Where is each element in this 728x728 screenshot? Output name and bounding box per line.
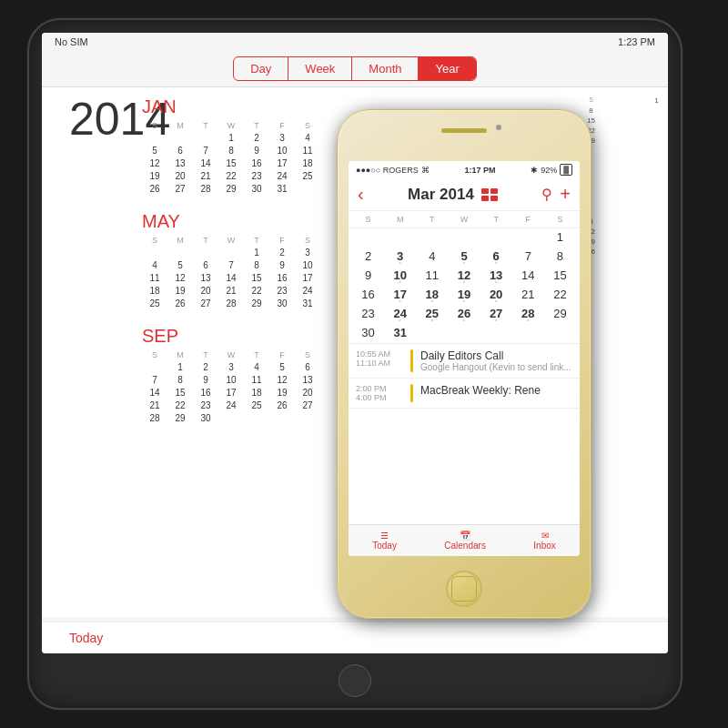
iphone-camera: [496, 125, 501, 130]
tab-month[interactable]: Month: [352, 57, 419, 80]
iphone-back-button[interactable]: ‹: [358, 184, 364, 205]
cal-day-10[interactable]: 10: [384, 267, 416, 284]
ipad-toolbar: Day Week Month Year: [42, 51, 668, 87]
cal-day-13[interactable]: 13: [480, 267, 512, 284]
event-2-title: MacBreak Weekly: Rene: [420, 384, 572, 397]
event-1-subtitle: Google Hangout (Kevin to send link...: [420, 362, 572, 372]
iphone: ●●●○○ ROGERS ⌘ 1:17 PM ✱ 92% ▓ ‹ Mar 201…: [337, 109, 592, 619]
dow-sun: S: [352, 213, 384, 226]
tab-day[interactable]: Day: [234, 57, 288, 80]
cal-day-18[interactable]: 18: [416, 286, 448, 303]
event-1-title: Daily Editors Call: [420, 349, 572, 362]
year-label: 2014: [69, 96, 124, 142]
dow-sat: S: [544, 213, 576, 226]
dow-wed: W: [448, 213, 480, 226]
cal-day-31[interactable]: 31: [384, 324, 416, 341]
event-1-details: Daily Editors Call Google Hangout (Kevin…: [420, 349, 572, 372]
cal-day-22[interactable]: 22: [544, 286, 576, 303]
cal-day-5[interactable]: 5: [448, 248, 480, 265]
cal-day-4[interactable]: 4: [416, 248, 448, 265]
iphone-carrier: ●●●○○ ROGERS: [356, 166, 419, 175]
cal-day-empty: [480, 228, 512, 246]
cal-day-19[interactable]: 19: [448, 286, 480, 303]
cal-day-empty: [512, 228, 544, 246]
iphone-home-button[interactable]: [446, 571, 482, 607]
cal-day-empty: [352, 228, 384, 246]
grid-view-icon[interactable]: [481, 188, 498, 201]
dow-thu: T: [480, 213, 512, 226]
cal-day-15[interactable]: 15: [544, 267, 576, 284]
cal-day-24[interactable]: 24: [384, 305, 416, 322]
cal-day-3[interactable]: 3: [384, 248, 416, 265]
cal-day-29[interactable]: 29: [544, 305, 576, 322]
cal-day-30[interactable]: 30: [352, 324, 384, 341]
iphone-nav-bar: ‹ Mar 2014 ⚲ +: [349, 178, 580, 211]
iphone-time: 1:17 PM: [464, 166, 495, 175]
cal-day-empty: [416, 228, 448, 246]
cal-day-9[interactable]: 9: [352, 267, 384, 284]
search-icon[interactable]: ⚲: [541, 186, 552, 203]
cal-day-empty: [384, 228, 416, 246]
dow-tue: T: [416, 213, 448, 226]
cal-day-8[interactable]: 8: [544, 248, 576, 265]
ipad-status-bar: No SIM 1:23 PM: [42, 33, 668, 51]
cal-day-1[interactable]: 1: [544, 228, 576, 246]
calendar-dow-headers: S M T W T F S: [349, 211, 580, 228]
cal-day-7[interactable]: 7: [512, 248, 544, 265]
cal-day-26[interactable]: 26: [448, 305, 480, 322]
ipad-home-button[interactable]: [339, 664, 371, 697]
battery-level: 92%: [541, 166, 557, 175]
bottom-nav-calendars[interactable]: 📅 Calendars: [444, 531, 486, 551]
inbox-icon: ✉: [541, 531, 549, 541]
event-1-time: 10:55 AM 11:10 AM: [356, 349, 410, 372]
cal-day-25[interactable]: 25: [416, 305, 448, 322]
iphone-month-title: Mar 2014: [408, 186, 474, 204]
event-2-bar: [410, 384, 413, 402]
ipad-time: 1:23 PM: [618, 36, 655, 47]
cal-day-12[interactable]: 12: [448, 267, 480, 284]
ipad-today-button[interactable]: Today: [69, 631, 103, 645]
dow-mon: M: [384, 213, 416, 226]
iphone-speaker: [441, 128, 487, 133]
event-item-2[interactable]: 2:00 PM 4:00 PM MacBreak Weekly: Rene: [349, 379, 580, 409]
dow-fri: F: [512, 213, 544, 226]
calendars-label: Calendars: [444, 541, 486, 551]
cal-day-14[interactable]: 14: [512, 267, 544, 284]
iphone-home-button-inner: [451, 576, 477, 602]
cal-day-17[interactable]: 17: [384, 286, 416, 303]
bottom-nav-inbox[interactable]: ✉ Inbox: [533, 531, 555, 551]
tab-year[interactable]: Year: [419, 57, 475, 80]
cal-day-11-today[interactable]: 11: [416, 267, 448, 284]
cal-day-empty: [448, 228, 480, 246]
iphone-status-bar: ●●●○○ ROGERS ⌘ 1:17 PM ✱ 92% ▓: [349, 161, 580, 178]
today-icon: ☰: [380, 531, 389, 541]
calendars-icon: 📅: [460, 531, 470, 541]
calendar-grid: 1 2 3 4 5 6 7 8 9 10 11 12 13 14: [349, 228, 580, 341]
battery-icon: ▓: [560, 164, 572, 176]
iphone-screen: ●●●○○ ROGERS ⌘ 1:17 PM ✱ 92% ▓ ‹ Mar 201…: [349, 161, 580, 556]
event-2-details: MacBreak Weekly: Rene: [420, 384, 572, 402]
inbox-label: Inbox: [533, 541, 555, 551]
add-event-icon[interactable]: +: [560, 184, 571, 205]
events-list: 10:55 AM 11:10 AM Daily Editors Call Goo…: [349, 343, 580, 409]
bluetooth-icon: ✱: [531, 166, 538, 175]
tab-week[interactable]: Week: [288, 57, 352, 80]
back-chevron-icon: ‹: [358, 184, 364, 205]
cal-day-20[interactable]: 20: [480, 286, 512, 303]
ipad-carrier: No SIM: [55, 36, 88, 47]
ipad-months-right: S 1 8 15 22: [586, 87, 668, 617]
cal-day-6[interactable]: 6: [480, 248, 512, 265]
ipad-tab-group: Day Week Month Year: [233, 56, 477, 81]
cal-day-27[interactable]: 27: [480, 305, 512, 322]
cal-day-28[interactable]: 28: [512, 305, 544, 322]
iphone-bottom-nav: ☰ Today 📅 Calendars ✉ Inbox: [349, 524, 580, 556]
event-1-bar: [410, 349, 413, 372]
today-label: Today: [372, 541, 397, 551]
cal-day-16[interactable]: 16: [352, 286, 384, 303]
bottom-nav-today[interactable]: ☰ Today: [372, 531, 397, 551]
event-item-1[interactable]: 10:55 AM 11:10 AM Daily Editors Call Goo…: [349, 344, 580, 379]
event-2-time: 2:00 PM 4:00 PM: [356, 384, 410, 402]
cal-day-2[interactable]: 2: [352, 248, 384, 265]
cal-day-23[interactable]: 23: [352, 305, 384, 322]
cal-day-21[interactable]: 21: [512, 286, 544, 303]
